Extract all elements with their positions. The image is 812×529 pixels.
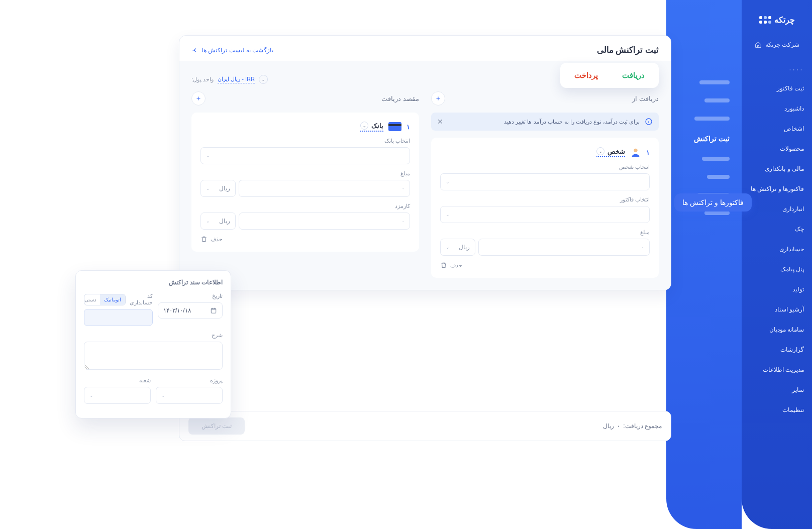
toggle-manual[interactable]: دستی	[84, 294, 100, 305]
source-amount-unit[interactable]: ریال⌄	[440, 239, 475, 256]
nav-sms-panel[interactable]: پنل پیامک	[742, 261, 812, 278]
main-area: ثبت تراکنش مالی بازگشت به لیست تراکنش ها…	[0, 0, 666, 529]
source-panel: ۱ شخص ⌄ انتخاب شخص ⌄ انتخاب	[431, 138, 659, 278]
nav-inventory[interactable]: انبارداری	[742, 200, 812, 218]
destination-title: مقصد دریافت	[381, 95, 419, 102]
bank-select[interactable]: ⌄	[200, 147, 410, 164]
nav-products[interactable]: محصولات	[742, 140, 812, 157]
active-section-tag: فاکتورها و تراکنش ها	[674, 193, 752, 211]
bank-select-label: انتخاب بانک	[200, 138, 410, 144]
brand-logo: چرتکه	[759, 15, 795, 25]
bank-card-icon	[388, 122, 401, 131]
subpanel-active-item[interactable]: ثبت تراکنش	[694, 135, 730, 143]
destination-panel: ۱ بانک ⌄ انتخاب بانک ⌄ مبلغ	[191, 113, 419, 252]
date-value: ۱۴۰۳/۱۰/۱۸	[163, 307, 191, 314]
submit-transaction-button[interactable]: ثبت تراکنش	[188, 417, 245, 435]
branch-select[interactable]: ⌄	[84, 387, 151, 404]
accounting-code-input[interactable]	[84, 309, 153, 326]
company-selector[interactable]: شرکت چرتکه	[748, 38, 805, 52]
source-title: دریافت از	[632, 95, 659, 102]
tab-pay[interactable]: پرداخت	[563, 66, 609, 85]
chevron-down-icon: ⌄	[446, 212, 450, 217]
chevron-down-icon: ⌄	[596, 147, 604, 155]
destination-column: مقصد دریافت ۱ بانک ⌄	[191, 91, 419, 278]
delete-destination-button[interactable]: حذف	[200, 236, 410, 243]
nav-settings[interactable]: تنظیمات	[742, 401, 812, 418]
date-input[interactable]: ۱۴۰۳/۱۰/۱۸	[158, 302, 223, 319]
nav-archive[interactable]: آرشیو اسناد	[742, 301, 812, 318]
nav-invoices-transactions[interactable]: فاکتورها و تراکنش ها	[742, 180, 812, 197]
person-select-label: انتخاب شخص	[440, 164, 650, 170]
source-amount-input[interactable]: ۰	[478, 239, 650, 256]
company-name: شرکت چرتکه	[765, 41, 799, 48]
dest-amount-unit[interactable]: ریال⌄	[200, 180, 236, 197]
info-banner-text: برای ثبت درآمد، نوع دریافت را به حساب در…	[504, 119, 640, 125]
chevron-down-icon: ⌄	[89, 393, 93, 398]
toggle-auto[interactable]: اتوماتیک	[100, 294, 125, 305]
transaction-card: ثبت تراکنش مالی بازگشت به لیست تراکنش ها…	[179, 35, 671, 290]
card-header: ثبت تراکنش مالی بازگشت به لیست تراکنش ها	[179, 36, 671, 61]
nav-reports[interactable]: گزارشات	[742, 341, 812, 358]
chevron-down-icon: ⌄	[360, 122, 368, 130]
add-source-button[interactable]	[431, 91, 445, 105]
chevron-down-icon: ⌄	[206, 186, 210, 191]
close-banner-button[interactable]: ✕	[437, 118, 443, 126]
total-unit: ریال	[603, 422, 614, 430]
invoice-select[interactable]: ⌄	[440, 206, 650, 223]
dest-fee-label: کارمزد	[200, 203, 410, 209]
project-select[interactable]: ⌄	[156, 387, 223, 404]
source-index: ۱	[646, 149, 650, 156]
nav-contacts[interactable]: اشخاص	[742, 120, 812, 137]
code-label: کد حسابداری	[126, 293, 153, 306]
subpanel-skeleton	[699, 80, 730, 84]
transaction-type-tabs: دریافت پرداخت	[560, 63, 659, 88]
nav-more[interactable]: ....	[742, 60, 812, 77]
nav-dashboard[interactable]: داشبورد	[742, 100, 812, 117]
chevron-down-icon: ⌄	[446, 179, 450, 184]
back-link-text: بازگشت به لیست تراکنش ها	[201, 47, 273, 54]
tab-receive[interactable]: دریافت	[611, 66, 656, 85]
total-label: مجموع دریافت:	[623, 422, 662, 430]
description-label: شرح	[84, 332, 223, 339]
info-banner: برای ثبت درآمد، نوع دریافت را به حساب در…	[431, 113, 659, 131]
destination-type-chip[interactable]: بانک ⌄	[360, 122, 383, 132]
source-type-chip[interactable]: شخص ⌄	[596, 147, 625, 157]
trash-icon	[440, 262, 447, 269]
subpanel-skeleton	[694, 117, 730, 121]
nav-cheque[interactable]: چک	[742, 221, 812, 238]
dest-amount-label: مبلغ	[200, 170, 410, 177]
trash-icon	[200, 236, 208, 243]
plus-icon	[435, 95, 441, 101]
back-arrow-icon	[191, 47, 198, 54]
destination-type-label: بانک	[371, 122, 383, 130]
currency-selector[interactable]: ⌄ IRR - ریال ایران واحد پول:	[191, 75, 268, 84]
nav-finance[interactable]: مالی و بانکداری	[742, 160, 812, 177]
nav-production[interactable]: تولید	[742, 281, 812, 298]
person-select[interactable]: ⌄	[440, 173, 650, 190]
document-info-panel: اطلاعات سند تراکنش تاریخ ۱۴۰۳/۱۰/۱۸ کد ح…	[75, 270, 231, 418]
plus-icon	[195, 95, 201, 101]
currency-value: IRR - ریال ایران	[218, 76, 255, 83]
currency-label: واحد پول:	[191, 76, 214, 83]
invoice-select-label: انتخاب فاکتور	[440, 196, 650, 203]
nav-register-invoice[interactable]: ثبت فاکتور	[742, 80, 812, 97]
delete-source-button[interactable]: حذف	[440, 262, 650, 269]
nav-other[interactable]: سایر	[742, 381, 812, 398]
dest-fee-input[interactable]: ۰	[239, 213, 410, 230]
delete-label: حذف	[211, 236, 223, 243]
description-textarea[interactable]	[84, 342, 223, 370]
svg-rect-2	[211, 308, 216, 313]
card-body: دریافت از برای ثبت درآمد، نوع دریافت را …	[179, 61, 671, 290]
code-mode-toggle: اتوماتیک دستی	[84, 294, 126, 305]
person-icon	[630, 147, 641, 158]
dest-fee-unit[interactable]: ریال⌄	[200, 213, 236, 230]
nav-taxpayer[interactable]: سامانه مودیان	[742, 321, 812, 338]
total-display: مجموع دریافت: ۰ ریال	[603, 422, 662, 430]
back-link[interactable]: بازگشت به لیست تراکنش ها	[191, 47, 273, 54]
add-destination-button[interactable]	[191, 91, 206, 105]
house-icon	[754, 41, 762, 49]
nav-data-management[interactable]: مدیریت اطلاعات	[742, 361, 812, 378]
nav-accounting[interactable]: حسابداری	[742, 241, 812, 258]
dest-amount-input[interactable]: ۰	[239, 180, 410, 197]
chevron-down-icon: ⌄	[259, 75, 268, 84]
